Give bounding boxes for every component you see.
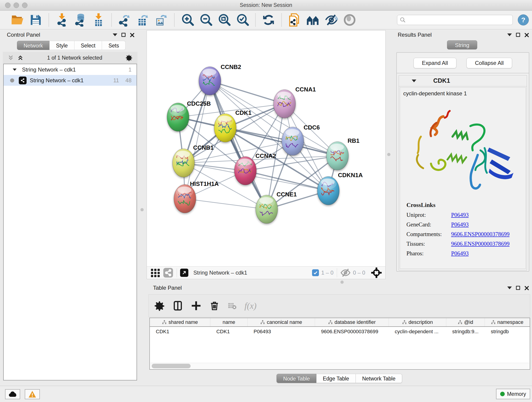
column-header-namespace[interactable]: namespace: [485, 318, 530, 326]
network-node-HIST1H1A[interactable]: [174, 185, 196, 213]
panel-close-icon[interactable]: [524, 32, 529, 37]
column-header-canonical-name[interactable]: canonical name: [248, 318, 315, 326]
network-node-CDK1[interactable]: [214, 114, 236, 142]
birdseye-view-icon[interactable]: [180, 269, 188, 277]
network-node-CDC6[interactable]: [282, 127, 304, 155]
apply-layout-icon[interactable]: [262, 13, 275, 27]
table-cell[interactable]: P06493: [248, 329, 315, 335]
search-input[interactable]: [406, 15, 510, 25]
panel-close-icon[interactable]: [130, 32, 134, 37]
tab-select[interactable]: Select: [75, 41, 102, 50]
network-view-icon[interactable]: [163, 268, 173, 278]
vertical-splitter-handle[interactable]: [387, 153, 390, 156]
cdk1-section-header[interactable]: CDK1: [399, 75, 527, 86]
network-row-selected[interactable]: String Network – cdk1 11 48: [4, 75, 137, 86]
table-row[interactable]: CDK1CDK1P064939606.ENSP00000378699cyclin…: [150, 327, 530, 337]
network-canvas[interactable]: CCNB2CCNA1CDC25BCDK1CDC6RB1CCNB1CCNA2CDK…: [147, 31, 385, 266]
delete-column-icon[interactable]: [209, 300, 220, 311]
table-cell[interactable]: cyclin-dependent ...: [389, 329, 446, 335]
table-horizontal-scrollbar[interactable]: [150, 363, 529, 369]
cloud-status-button[interactable]: [5, 389, 20, 399]
tab-network[interactable]: Network: [17, 41, 50, 50]
zoom-out-icon[interactable]: [199, 13, 212, 27]
grid-view-icon[interactable]: [150, 268, 161, 278]
network-node-CCNB1[interactable]: [172, 149, 195, 177]
edge-CDK1-RB1[interactable]: [225, 128, 337, 156]
column-header-shared-name[interactable]: shared name: [150, 318, 210, 326]
crosslink-link[interactable]: 9606.ENSP00000378699: [451, 231, 510, 237]
new-network-from-selection-icon[interactable]: [288, 13, 301, 27]
crosslink-link[interactable]: P06493: [451, 212, 469, 218]
panel-float-icon[interactable]: [516, 286, 520, 290]
open-file-icon[interactable]: [11, 13, 24, 27]
vertical-splitter-handle[interactable]: [140, 208, 144, 211]
expand-all-icon[interactable]: [17, 54, 24, 61]
first-neighbors-icon[interactable]: [306, 13, 320, 27]
column-type-icon: [162, 320, 167, 325]
edge-CCNB2-CCNA1[interactable]: [210, 81, 285, 104]
panel-menu-icon[interactable]: [113, 33, 117, 36]
panel-menu-icon[interactable]: [507, 33, 512, 36]
network-collection-row[interactable]: String Network – cdk1 1: [4, 64, 137, 75]
horizontal-splitter-handle[interactable]: [341, 281, 344, 284]
crosshair-icon[interactable]: [371, 268, 382, 278]
network-node-CCNE1[interactable]: [256, 195, 278, 223]
collapse-all-button[interactable]: Collapse All: [467, 58, 512, 68]
tab-node-table[interactable]: Node Table: [277, 374, 317, 383]
table-cell[interactable]: stringdb: [485, 329, 530, 335]
selected-nodes-checkbox[interactable]: [312, 269, 319, 276]
warning-button[interactable]: [25, 389, 40, 399]
help-icon[interactable]: ?: [518, 14, 529, 26]
tab-sets[interactable]: Sets: [102, 41, 126, 50]
table-cell[interactable]: CDK1: [150, 329, 210, 335]
table-cell[interactable]: CDK1: [210, 329, 248, 335]
show-columns-icon[interactable]: [172, 300, 183, 311]
export-image-icon[interactable]: [155, 13, 168, 27]
crosslink-link[interactable]: 9606.ENSP00000378699: [451, 241, 510, 247]
tab-style[interactable]: Style: [50, 41, 74, 50]
tab-string[interactable]: String: [447, 40, 477, 50]
network-node-RB1[interactable]: [326, 142, 348, 170]
table-cell[interactable]: 9606.ENSP00000378699: [315, 329, 389, 335]
import-network-file-icon[interactable]: [55, 13, 69, 27]
tab-network-table[interactable]: Network Table: [356, 374, 402, 383]
column-header-description[interactable]: description: [389, 318, 446, 326]
table-cell[interactable]: stringdb:9...: [446, 329, 485, 335]
column-header-database-identifier[interactable]: database identifier: [315, 318, 389, 326]
network-node-CCNB2[interactable]: [199, 67, 221, 95]
expand-all-button[interactable]: Expand All: [413, 58, 456, 68]
crosslink-link[interactable]: P06493: [451, 221, 469, 228]
panel-close-icon[interactable]: [524, 286, 529, 290]
show-all-icon[interactable]: [343, 13, 356, 27]
hide-selected-icon[interactable]: [325, 13, 338, 27]
export-table-icon[interactable]: [136, 13, 150, 27]
crosslink-link[interactable]: P06493: [451, 250, 469, 257]
column-header-name[interactable]: name: [210, 318, 247, 326]
panel-float-icon[interactable]: [516, 33, 520, 37]
network-node-CDC25B[interactable]: [167, 103, 189, 131]
memory-button[interactable]: Memory: [496, 389, 530, 399]
network-node-CCNA2[interactable]: [234, 157, 256, 185]
column-header-@id[interactable]: @id: [446, 318, 485, 326]
gear-icon[interactable]: [126, 54, 133, 61]
section-collapse-icon[interactable]: [412, 80, 416, 82]
network-node-CCNA1[interactable]: [273, 89, 296, 118]
edge-CCNB2-CCNE1[interactable]: [210, 81, 267, 209]
zoom-selected-icon[interactable]: [236, 13, 249, 27]
panel-float-icon[interactable]: [121, 33, 126, 37]
zoom-fit-icon[interactable]: [217, 13, 231, 27]
add-column-icon[interactable]: [191, 300, 201, 311]
import-table-icon[interactable]: [92, 13, 105, 27]
zoom-in-icon[interactable]: [181, 13, 194, 27]
save-session-icon[interactable]: [29, 13, 42, 27]
table-gear-icon[interactable]: [154, 300, 165, 311]
panel-menu-icon[interactable]: [507, 287, 512, 289]
tree-expand-icon[interactable]: [13, 68, 17, 70]
network-node-CDKN1A[interactable]: [317, 177, 339, 205]
collapse-all-icon[interactable]: [7, 54, 14, 61]
edge-HIST1H1A-CCNE1[interactable]: [185, 199, 267, 209]
tab-edge-table[interactable]: Edge Table: [317, 374, 356, 383]
export-network-icon[interactable]: [118, 13, 131, 27]
scrollbar-thumb[interactable]: [152, 364, 191, 368]
import-network-database-icon[interactable]: [74, 13, 87, 27]
